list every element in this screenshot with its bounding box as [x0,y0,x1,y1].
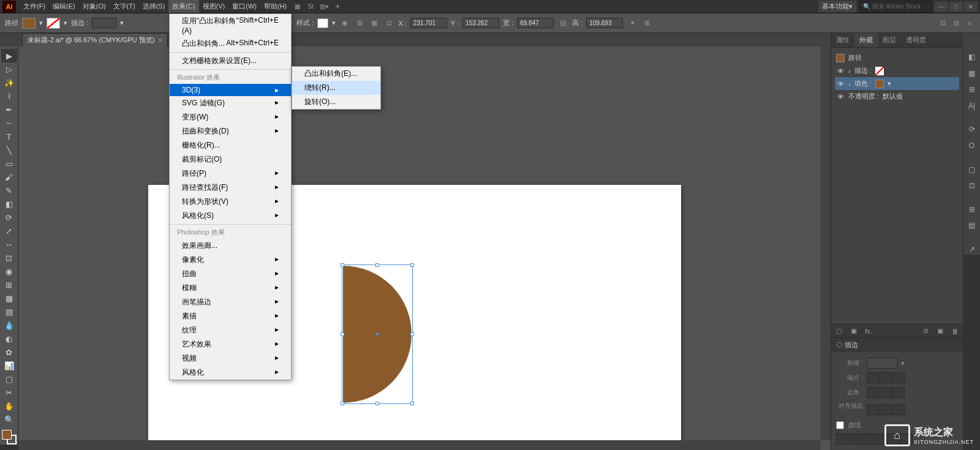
free-transform-tool[interactable]: ⊡ [1,251,17,264]
canvas[interactable] [18,47,831,450]
stroke-row-label[interactable]: 描边 : [854,66,872,75]
handle-bl[interactable] [341,402,344,405]
symbols-icon[interactable]: A| [966,100,978,112]
document-tab[interactable]: 未标题-2.ai* @ 66.67% (CMYK/GPU 预览) × [22,33,168,47]
arrange-icon[interactable]: ▥▾ [317,1,331,12]
handle-tr[interactable] [410,263,414,267]
gradient-tool[interactable]: ▨ [1,305,17,318]
dd-rasterize[interactable]: 栅格化(R)... [170,138,291,152]
blend-tool[interactable]: ◐ [1,332,17,345]
graph-tool[interactable]: 📊 [1,359,17,372]
window-maximize[interactable]: □ [949,2,963,12]
gradient-icon[interactable]: O [966,140,978,152]
extra2-icon[interactable]: ⊞ [641,18,652,29]
scrollbar-vertical[interactable] [821,47,831,440]
hand-tool[interactable]: ✋ [1,399,17,413]
scrollbar-horizontal[interactable] [18,440,821,450]
shaper-tool[interactable]: ✎ [1,184,17,197]
sub-rotate[interactable]: 旋转(O)... [292,95,380,109]
cap-round[interactable] [880,372,892,383]
lasso-tool[interactable]: ⌇ [1,89,17,103]
gpu-icon[interactable]: ✈ [331,1,344,12]
dd-artistic[interactable]: 艺术效果▸ [170,337,291,351]
dd-pixelate[interactable]: 像素化▸ [170,253,291,267]
transparency-icon[interactable]: ▢ [966,163,978,175]
handle-ml[interactable] [341,332,344,336]
menu-help[interactable]: 帮助(H) [260,0,290,13]
dd-stylize[interactable]: 风格化(S)▸ [170,209,291,223]
gap1[interactable] [849,433,861,444]
dd-video[interactable]: 视频▸ [170,351,291,366]
recolor-icon[interactable]: ◉ [339,18,350,29]
extra1-icon[interactable]: ✦ [627,18,638,29]
tab-appearance[interactable]: 外观 [854,33,878,47]
dd-apply-last[interactable]: 应用"凸出和斜角"(A)Shift+Ctrl+E [170,14,291,37]
handle-tm[interactable] [375,263,379,267]
eraser-tool[interactable]: ◧ [1,197,17,211]
cap-butt[interactable] [867,372,879,383]
dd-pathfinder[interactable]: 路径查找器(F)▸ [170,181,291,195]
brushes-icon[interactable]: ⊞ [966,84,978,96]
add-effect-icon[interactable]: fx. [863,326,874,337]
dd-last-effect[interactable]: 凸出和斜角...Alt+Shift+Ctrl+E [170,37,291,51]
selection-bounding-box[interactable] [342,264,413,404]
stroke-icon[interactable]: ⟳ [966,124,978,135]
assets-icon[interactable]: ↗ [966,243,978,255]
align-outside[interactable] [892,404,905,415]
sub-revolve[interactable]: 绕转(R)... [292,81,380,95]
w-input[interactable] [517,18,554,28]
fill-row-swatch[interactable] [875,80,884,88]
menu-select[interactable]: 选择(S) [139,0,169,13]
handle-tl[interactable] [341,263,344,267]
selection-tool[interactable]: ▶ [1,49,17,62]
corner-bevel[interactable] [892,387,905,398]
dd-sketch[interactable]: 素描▸ [170,309,291,323]
window-close[interactable]: ✕ [964,2,978,12]
menu-window[interactable]: 窗口(W) [228,0,260,13]
corner-miter[interactable] [867,387,879,398]
type-tool[interactable]: T [1,130,17,143]
dash-checkbox[interactable] [836,421,844,429]
swatches-icon[interactable]: ▦ [966,68,978,80]
slice-tool[interactable]: ✂ [1,386,17,399]
dd-texture[interactable]: 纹理▸ [170,323,291,337]
dd-crop[interactable]: 裁剪标记(O) [170,152,291,167]
menu-object[interactable]: 对象(O) [79,0,110,13]
menu-edit[interactable]: 编辑(E) [49,0,79,13]
window-minimize[interactable]: — [935,2,948,12]
menu-effect[interactable]: 效果(C) [168,0,198,13]
rectangle-tool[interactable]: ▭ [1,157,17,170]
rotate-tool[interactable]: ⟳ [1,211,17,224]
curvature-tool[interactable]: ～ [1,116,17,130]
visibility-opacity-icon[interactable]: 👁 [836,93,845,100]
h-input[interactable] [586,18,623,28]
fill-swatch[interactable] [22,18,36,29]
dd-3d[interactable]: 3D(3)▸ [170,84,291,96]
duplicate-icon[interactable]: ▣ [935,326,946,337]
dd-distort2[interactable]: 扭曲▸ [170,267,291,281]
x-input[interactable] [410,18,447,28]
workspace-switcher[interactable]: 基本功能 ▾ [818,1,856,12]
dd-svg[interactable]: SVG 滤镜(G)▸ [170,96,291,110]
fill-row-label[interactable]: 填色 : [854,79,872,88]
graphic-styles-icon[interactable]: ⊞ [966,203,978,215]
layers-icon[interactable]: ▤ [966,220,978,231]
menu-view[interactable]: 视图(V) [199,0,229,13]
direct-selection-tool[interactable]: ▷ [1,62,17,76]
tab-transparency[interactable]: 透明度 [901,33,931,47]
stroke-none-swatch[interactable] [875,67,884,75]
delete-icon[interactable]: 🗑 [949,326,960,337]
scale-tool[interactable]: ⤢ [1,224,17,238]
align-inside[interactable] [880,404,892,415]
dd-distort[interactable]: 扭曲和变换(D)▸ [170,124,291,138]
stroke-weight-input[interactable] [92,18,116,28]
transform-icon[interactable]: ⊡ [383,18,394,29]
align-icon[interactable]: ⊞ [354,18,365,29]
mesh-tool[interactable]: ▦ [1,291,17,305]
corner-round[interactable] [880,387,892,398]
document-tab-close[interactable]: × [158,36,162,45]
visibility-stroke-icon[interactable]: 👁 [836,67,845,75]
zoom-tool[interactable]: 🔍 [1,413,17,426]
clear-icon[interactable]: ⊘ [920,326,931,337]
dd-brush[interactable]: 画笔描边▸ [170,295,291,309]
